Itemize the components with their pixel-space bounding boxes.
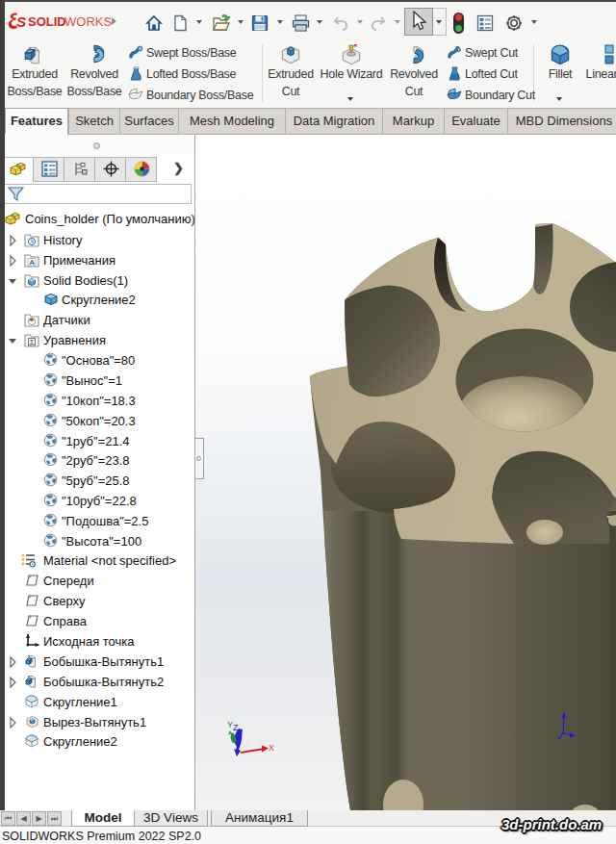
svg-text:Σ: Σ	[30, 338, 35, 346]
svg-text:A: A	[29, 258, 35, 267]
svg-text:X: X	[269, 743, 274, 753]
svg-text:WORKS: WORKS	[64, 14, 112, 29]
svg-text:S: S	[16, 13, 26, 30]
svg-text:SOLID: SOLID	[28, 14, 66, 29]
